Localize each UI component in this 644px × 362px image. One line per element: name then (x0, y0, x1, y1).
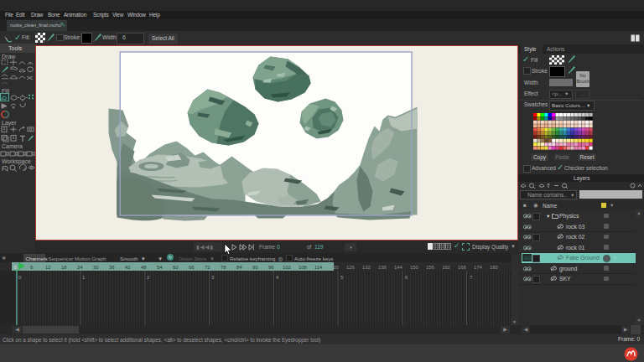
svg-text:174: 174 (474, 265, 483, 270)
svg-text:48: 48 (141, 265, 147, 270)
svg-text:108: 108 (299, 265, 308, 270)
svg-text:54: 54 (157, 265, 163, 270)
svg-text:2: 2 (147, 275, 149, 280)
svg-text:132: 132 (362, 265, 371, 270)
svg-text:120: 120 (330, 265, 340, 270)
svg-text:102: 102 (283, 265, 291, 270)
svg-text:144: 144 (394, 265, 403, 270)
svg-text:7: 7 (470, 275, 472, 280)
svg-text:180: 180 (490, 265, 499, 270)
svg-text:114: 114 (314, 265, 323, 270)
svg-text:162: 162 (442, 265, 450, 270)
svg-text:156: 156 (426, 265, 435, 270)
svg-text:36: 36 (109, 265, 115, 270)
svg-text:6: 6 (30, 265, 34, 270)
svg-text:3: 3 (211, 275, 215, 280)
svg-text:138: 138 (378, 265, 387, 270)
svg-text:60: 60 (173, 265, 179, 270)
svg-text:78: 78 (221, 265, 226, 270)
svg-text:90: 90 (252, 265, 258, 270)
svg-text:150: 150 (410, 265, 419, 270)
svg-text:12: 12 (45, 265, 51, 270)
svg-text:168: 168 (458, 265, 467, 270)
svg-text:72: 72 (205, 265, 210, 270)
svg-text:18: 18 (61, 265, 67, 270)
svg-text:24: 24 (77, 265, 83, 270)
svg-text:96: 96 (268, 265, 274, 270)
svg-text:0: 0 (14, 265, 18, 270)
svg-text:84: 84 (236, 265, 242, 270)
svg-text:126: 126 (346, 265, 356, 270)
svg-text:66: 66 (189, 265, 195, 270)
svg-text:42: 42 (125, 265, 131, 270)
svg-text:1: 1 (82, 275, 85, 280)
svg-text:30: 30 (93, 265, 99, 270)
